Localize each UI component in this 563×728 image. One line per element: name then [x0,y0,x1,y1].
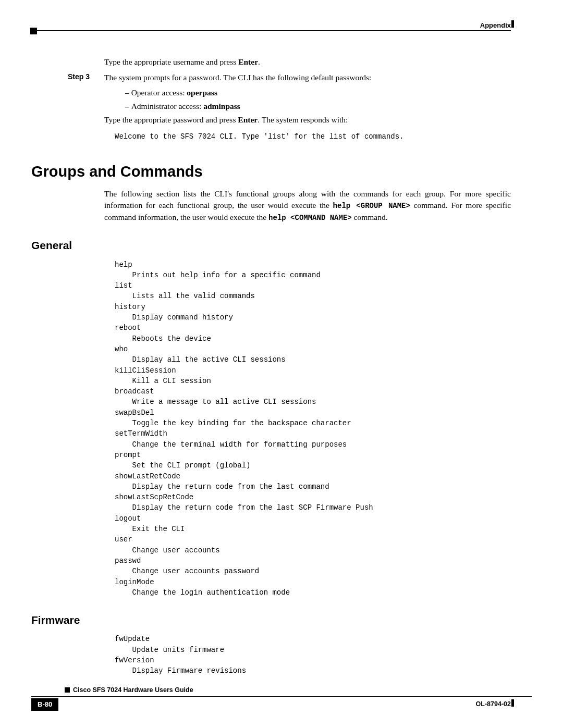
step2-enter: Enter [238,57,258,66]
bullet2-a: Administrator access: [131,102,204,110]
gp-b: help <GROUP NAME> [333,202,410,210]
general-code: help Prints out help info for a specific… [115,260,511,598]
gp-d: help <COMMAND NAME> [268,214,352,222]
footer-marker-square [65,687,70,693]
step2-post: . [258,57,260,66]
header-marker-bar [511,20,514,28]
bullet-admin: Administrator access: adminpass [125,101,511,112]
heading-firmware: Firmware [31,612,532,627]
step2-text: Type the appropriate username and press … [104,56,511,68]
page-number-tab: B-80 [31,698,58,711]
doc-id: OL-8794-02 [476,700,511,709]
gp-e: command. [352,213,388,221]
welcome-code: Welcome to the SFS 7024 CLI. Type 'list'… [115,131,511,142]
step2-pre: Type the appropriate username and press [104,57,238,66]
step3-intro: The system prompts for a password. The C… [104,72,511,83]
firmware-code: fwUpdate Update units firmware fwVersion… [115,634,511,676]
footer-marker-bar [511,699,514,707]
step3-resp: Type the appropriate password and press … [104,114,511,126]
bullet2-b: adminpass [203,102,240,110]
bullet1-b: operpass [187,88,217,97]
step3-line2-a: Type the appropriate password and press [104,115,238,124]
heading-groups-commands: Groups and Commands [31,161,532,182]
bullet1-a: Operator access: [131,88,187,97]
step3-line2-c: . The system responds with: [258,115,348,124]
groups-para: The following section lists the CLI's fu… [104,188,511,223]
step3-label: Step 3 [68,72,90,82]
step3-line2-b: Enter [238,115,258,124]
bullet-operator: Operator access: operpass [125,87,511,98]
header-marker-square [30,28,37,34]
header-rule [31,30,511,31]
heading-general: General [31,238,532,253]
appendix-label: Appendix [480,21,511,30]
footer-title: Cisco SFS 7024 Hardware Users Guide [73,686,193,695]
